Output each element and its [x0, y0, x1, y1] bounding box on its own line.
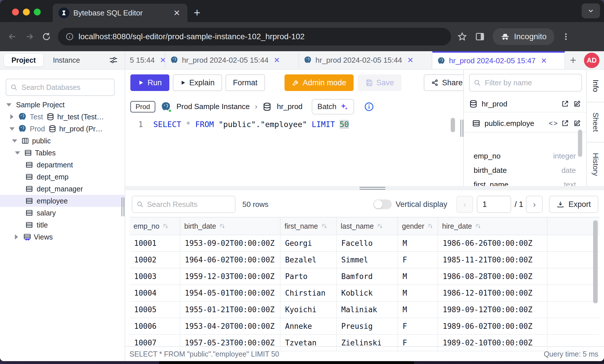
info-icon[interactable] [364, 102, 374, 112]
schema-table-row[interactable]: public.employe < > [464, 115, 586, 132]
table-cell[interactable]: M [398, 301, 438, 318]
table-row[interactable]: 100041954-05-01T00:00:00ZChirstianKoblic… [130, 285, 599, 301]
table-cell[interactable]: 1989-06-02T00:00:00Z [438, 318, 547, 335]
chevron-down-icon[interactable] [15, 151, 20, 155]
table-cell[interactable]: Parto [280, 268, 336, 285]
format-button[interactable]: Format [225, 74, 265, 91]
chevron-down-icon[interactable] [9, 127, 15, 130]
sort-icon[interactable] [427, 223, 434, 230]
chevron-down-icon[interactable] [6, 103, 11, 106]
external-link-icon[interactable] [561, 119, 569, 127]
export-button[interactable]: Export [549, 196, 598, 213]
code-icon[interactable]: < > [549, 119, 557, 127]
table-cell[interactable]: M [398, 285, 438, 301]
table-cell[interactable]: Kyoichi [280, 301, 336, 318]
page-number-input[interactable] [477, 196, 511, 213]
filter-settings-icon[interactable] [109, 55, 118, 65]
url-bar[interactable]: localhost:8080/sql-editor/prod-sample-in… [58, 28, 451, 46]
tab-history[interactable]: History [587, 143, 604, 186]
results-resize-divider[interactable] [125, 186, 604, 190]
new-tab-button[interactable]: + [194, 6, 200, 19]
sidebar-resize-handle[interactable] [121, 197, 125, 216]
table-cell[interactable]: 10006 [130, 318, 180, 335]
tree-item-schema-public[interactable]: public [0, 135, 125, 147]
table-cell[interactable]: Maliniak [336, 301, 398, 318]
table-cell[interactable]: 1986-08-28T00:00:00Z [438, 268, 547, 285]
new-sheet-button[interactable]: + [565, 51, 581, 69]
batch-button[interactable]: Batch [312, 99, 354, 114]
forward-icon[interactable] [25, 32, 34, 41]
column-header-last_name[interactable]: last_name [336, 217, 398, 235]
zoom-window-button[interactable] [34, 9, 41, 15]
close-icon[interactable]: ✕ [160, 56, 165, 65]
edit-icon[interactable] [573, 100, 581, 108]
table-cell[interactable]: 10002 [130, 252, 180, 268]
tab-search-chevron-button[interactable] [582, 3, 600, 18]
table-row[interactable]: 100011953-09-02T00:00:00ZGeorgiFacelloM1… [130, 235, 599, 252]
table-cell[interactable]: 10001 [130, 235, 180, 252]
run-button[interactable]: Run [130, 74, 169, 91]
admin-mode-button[interactable]: Admin mode [285, 74, 354, 91]
table-cell[interactable]: 1959-12-03T00:00:00Z [180, 268, 280, 285]
table-cell[interactable]: Anneke [280, 318, 336, 335]
filter-by-name-input[interactable] [484, 78, 577, 88]
bookmark-star-icon[interactable] [457, 32, 467, 41]
table-cell[interactable]: 1986-12-01T00:00:00Z [438, 285, 547, 301]
table-cell[interactable]: 1985-11-21T00:00:00Z [438, 252, 547, 268]
sort-icon[interactable] [376, 223, 383, 230]
close-icon[interactable]: ✕ [274, 56, 280, 65]
tab-project[interactable]: Project [4, 54, 43, 67]
column-header-emp_no[interactable]: emp_no [130, 217, 180, 235]
table-row[interactable]: 100031959-12-03T00:00:00ZPartoBamfordM19… [130, 268, 599, 285]
column-header-gender[interactable]: gender [398, 217, 438, 235]
explain-button[interactable]: Explain [173, 74, 222, 91]
sort-icon[interactable] [475, 223, 482, 230]
table-cell[interactable]: Bamford [336, 268, 398, 285]
column-row[interactable]: first_nametext [464, 177, 586, 186]
table-cell[interactable]: Georgi [280, 235, 336, 252]
tree-item-table-dept-emp[interactable]: dept_emp [0, 171, 125, 183]
browser-tab[interactable]: Bytebase SQL Editor ✕ [53, 4, 187, 22]
edit-icon[interactable] [573, 119, 581, 127]
sort-icon[interactable] [219, 223, 226, 230]
table-cell[interactable]: M [398, 235, 438, 252]
table-cell[interactable]: F [398, 318, 438, 335]
editor-tab-4-active[interactable]: hr_prod 2024-02-05 15:47 ✕ [432, 51, 565, 69]
tree-item-table-dept-manager[interactable]: dept_manager [0, 183, 125, 195]
external-link-icon[interactable] [561, 100, 569, 108]
chevron-right-icon[interactable] [10, 114, 13, 119]
table-cell[interactable]: Chirstian [280, 285, 336, 301]
table-scrollbar[interactable] [593, 220, 598, 303]
column-header-birth_date[interactable]: birth_date [180, 217, 280, 235]
table-cell[interactable]: Preusig [336, 318, 398, 335]
table-cell[interactable]: 1954-05-01T00:00:00Z [180, 285, 280, 301]
database-search[interactable] [6, 79, 115, 96]
table-cell[interactable]: 10003 [130, 268, 180, 285]
table-row[interactable]: 100051955-01-21T00:00:00ZKyoichiMaliniak… [130, 301, 599, 318]
database-name[interactable]: hr_prod [277, 102, 303, 111]
side-panel-icon[interactable] [475, 32, 485, 41]
editor-tab-3[interactable]: hr_prod 2024-02-05 15:44 ✕ [299, 51, 432, 69]
minimize-window-button[interactable] [23, 9, 30, 15]
sql-editor[interactable]: 1 SELECT * FROM "public"."employee" LIMI… [125, 116, 463, 186]
table-cell[interactable]: Facello [336, 235, 398, 252]
table-cell[interactable]: 1953-09-02T00:00:00Z [180, 235, 280, 252]
tab-close-icon[interactable]: ✕ [172, 8, 182, 18]
column-header-hire_date[interactable]: hire_date [438, 217, 547, 235]
next-page-button[interactable]: › [526, 196, 543, 213]
tree-item-table-salary[interactable]: salary [0, 207, 125, 219]
table-cell[interactable]: Bezalel [280, 252, 336, 268]
browser-menu-icon[interactable] [562, 32, 570, 41]
tree-item-test-env[interactable]: Test hr_test (Test… [0, 111, 125, 123]
table-row[interactable]: 100061953-04-20T00:00:00ZAnnekePreusigF1… [130, 318, 599, 335]
table-cell[interactable]: 1953-04-20T00:00:00Z [180, 318, 280, 335]
vertical-display-toggle[interactable] [373, 199, 392, 209]
sort-icon[interactable] [162, 223, 169, 230]
chevron-down-icon[interactable] [12, 139, 17, 143]
table-cell[interactable]: Simmel [336, 252, 398, 268]
column-header-first_name[interactable]: first_name [280, 217, 336, 235]
editor-tab-1[interactable]: 5 15:44 ✕ [125, 51, 165, 69]
user-avatar[interactable]: AD [584, 53, 599, 68]
close-icon[interactable]: ✕ [407, 56, 413, 65]
back-icon[interactable] [7, 32, 17, 41]
